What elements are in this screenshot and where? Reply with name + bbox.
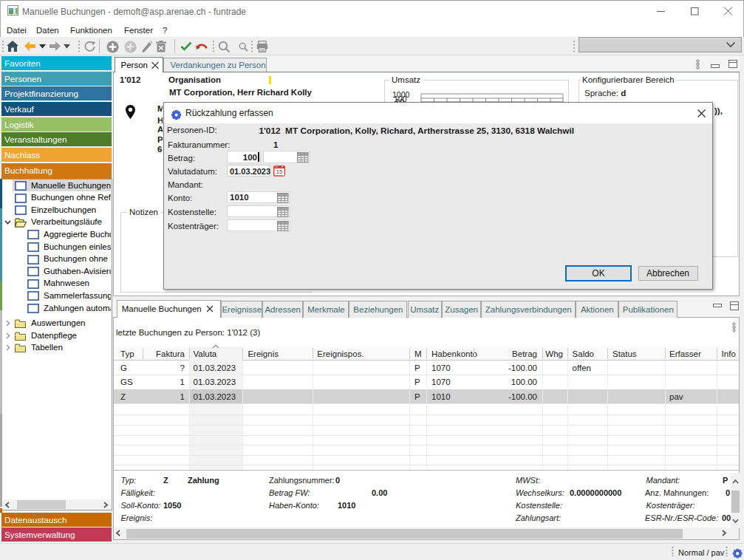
svg-text:15: 15: [276, 168, 282, 175]
